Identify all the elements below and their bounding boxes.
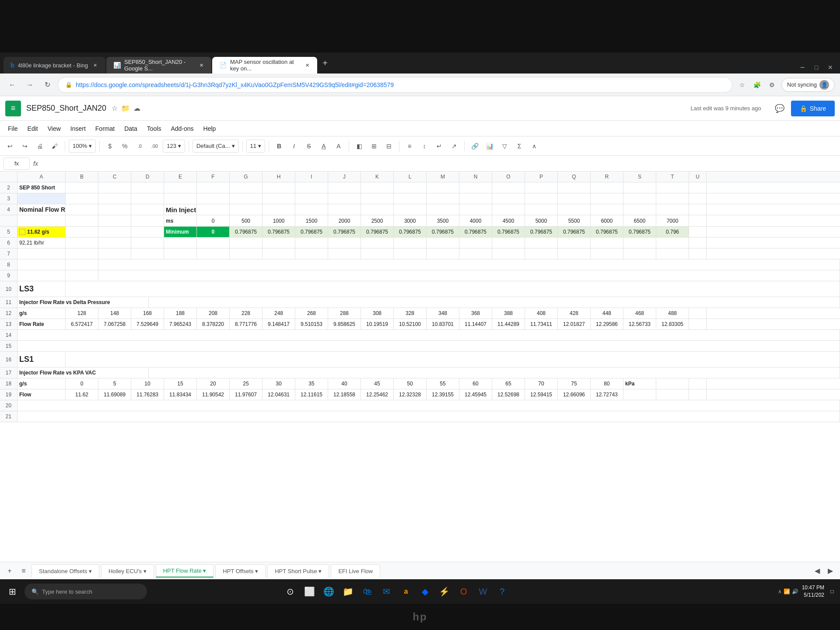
cell-k3[interactable] xyxy=(361,193,394,204)
cell-a8[interactable] xyxy=(18,259,66,270)
cell-j18[interactable]: 40 xyxy=(328,378,361,389)
cell-h3[interactable] xyxy=(262,193,295,204)
new-tab-button[interactable]: + xyxy=(318,56,332,70)
cell-c6[interactable] xyxy=(98,238,131,248)
cell-a17[interactable]: Injector Flow Rate vs KPA VAC xyxy=(18,368,149,378)
menu-data[interactable]: Data xyxy=(120,123,142,134)
cell-h4[interactable] xyxy=(262,204,295,215)
cell-s13[interactable]: 12.56733 xyxy=(623,319,656,329)
cell-i5[interactable]: 0.796875 xyxy=(295,227,328,237)
cell-f2[interactable] xyxy=(197,182,230,193)
cell-b9[interactable] xyxy=(66,270,98,281)
cell-u5[interactable] xyxy=(689,227,707,237)
cell-i7[interactable] xyxy=(295,248,328,259)
cell-f12[interactable]: 208 xyxy=(197,308,230,318)
cell-a12[interactable]: g/s xyxy=(18,308,66,318)
cell-m4[interactable] xyxy=(427,204,459,215)
cell-a16[interactable]: LS1 xyxy=(18,352,66,367)
cell-h2[interactable] xyxy=(262,182,295,193)
cell-u4b[interactable] xyxy=(689,215,707,226)
cell-g6[interactable] xyxy=(230,238,262,248)
cell-n3[interactable] xyxy=(459,193,492,204)
cell-b4[interactable] xyxy=(66,204,98,215)
cell-f3[interactable] xyxy=(197,193,230,204)
cell-q12[interactable]: 428 xyxy=(558,308,591,318)
cell-q19[interactable]: 12.66096 xyxy=(558,389,591,400)
col-header-e[interactable]: E xyxy=(164,172,197,182)
cell-g19[interactable]: 11.97607 xyxy=(230,389,262,400)
cell-o4b[interactable]: 4500 xyxy=(492,215,525,226)
menu-addons[interactable]: Add-ons xyxy=(166,123,198,134)
chart-button[interactable]: 📊 xyxy=(483,140,496,153)
cell-reference[interactable]: fx xyxy=(4,158,30,170)
col-header-k[interactable]: K xyxy=(361,172,394,182)
cell-q4[interactable] xyxy=(558,204,591,215)
cell-e19[interactable]: 11.83434 xyxy=(164,389,197,400)
cell-m6[interactable] xyxy=(427,238,459,248)
cell-n4b[interactable]: 4000 xyxy=(459,215,492,226)
cell-t5[interactable]: 0.796 xyxy=(656,227,689,237)
cell-p4b[interactable]: 5000 xyxy=(525,215,558,226)
cell-r6[interactable] xyxy=(591,238,623,248)
cell-l3[interactable] xyxy=(394,193,427,204)
cell-g12[interactable]: 228 xyxy=(230,308,262,318)
tab-efi-live-flow[interactable]: EFI Live Flow xyxy=(331,564,380,578)
cell-g3[interactable] xyxy=(230,193,262,204)
taskbar-cortana[interactable]: ⊙ xyxy=(283,584,298,599)
filter-button[interactable]: ▽ xyxy=(498,140,511,153)
start-button[interactable]: ⊞ xyxy=(4,583,21,600)
collapse-button[interactable]: ∧ xyxy=(528,140,541,153)
cell-h13[interactable]: 9.148417 xyxy=(262,319,295,329)
cell-j4b[interactable]: 2000 xyxy=(328,215,361,226)
cell-b5[interactable] xyxy=(66,227,98,237)
underline-button[interactable]: A xyxy=(317,140,330,153)
cell-rest8[interactable] xyxy=(98,259,840,270)
taskbar-volume-icon[interactable]: 🔊 xyxy=(792,588,798,595)
cell-m4b[interactable]: 3500 xyxy=(427,215,459,226)
borders-button[interactable]: ⊞ xyxy=(368,140,381,153)
menu-help[interactable]: Help xyxy=(199,123,220,134)
cell-j13[interactable]: 9.858625 xyxy=(328,319,361,329)
taskbar-network-icon[interactable]: 📶 xyxy=(784,588,790,595)
cell-d4[interactable] xyxy=(131,204,164,215)
cell-h19[interactable]: 12.04631 xyxy=(262,389,295,400)
cell-u12[interactable] xyxy=(689,308,707,318)
cell-c7[interactable] xyxy=(98,248,131,259)
cell-j4[interactable] xyxy=(328,204,361,215)
taskbar-amazon[interactable]: a xyxy=(398,584,414,599)
close-window-button[interactable]: ✕ xyxy=(824,61,836,74)
tab-hpt-offsets[interactable]: HPT Offsets ▾ xyxy=(215,564,266,578)
cell-s2[interactable] xyxy=(623,182,656,193)
cell-l7[interactable] xyxy=(394,248,427,259)
font-dropdown[interactable]: Default (Ca... ▾ xyxy=(192,140,239,153)
cell-d18[interactable]: 10 xyxy=(131,378,164,389)
settings-button[interactable]: ⚙ xyxy=(766,79,778,91)
decimal0-button[interactable]: .0 xyxy=(133,140,146,153)
percent-button[interactable]: % xyxy=(118,140,131,153)
cell-d6[interactable] xyxy=(131,238,164,248)
tab-hpt-short-pulse[interactable]: HPT Short Pulse ▾ xyxy=(267,564,329,578)
cell-g5[interactable]: 0.796875 xyxy=(230,227,262,237)
cell-e12[interactable]: 188 xyxy=(164,308,197,318)
cell-b3[interactable] xyxy=(66,193,98,204)
col-header-g[interactable]: G xyxy=(230,172,262,182)
cell-k18[interactable]: 45 xyxy=(361,378,394,389)
cell-t3[interactable] xyxy=(656,193,689,204)
tab-bing[interactable]: b 4l80e linkage bracket - Bing ✕ xyxy=(4,57,105,74)
sheet-next-button[interactable]: ▶ xyxy=(824,565,836,577)
cell-k2[interactable] xyxy=(361,182,394,193)
cell-l12[interactable]: 328 xyxy=(394,308,427,318)
cell-rest15[interactable] xyxy=(18,341,840,351)
cell-c3[interactable] xyxy=(98,193,131,204)
cell-g13[interactable]: 8.771776 xyxy=(230,319,262,329)
cell-r5[interactable]: 0.796875 xyxy=(591,227,623,237)
cell-rest17[interactable] xyxy=(149,368,840,378)
cell-i18[interactable]: 35 xyxy=(295,378,328,389)
col-header-u[interactable]: U xyxy=(689,172,707,182)
cell-e5[interactable]: Minimum xyxy=(164,227,197,237)
cell-p6[interactable] xyxy=(525,238,558,248)
fill-color-button[interactable]: ◧ xyxy=(353,140,366,153)
cell-d12[interactable]: 168 xyxy=(131,308,164,318)
cell-p3[interactable] xyxy=(525,193,558,204)
cell-b19[interactable]: 11.62 xyxy=(66,389,98,400)
